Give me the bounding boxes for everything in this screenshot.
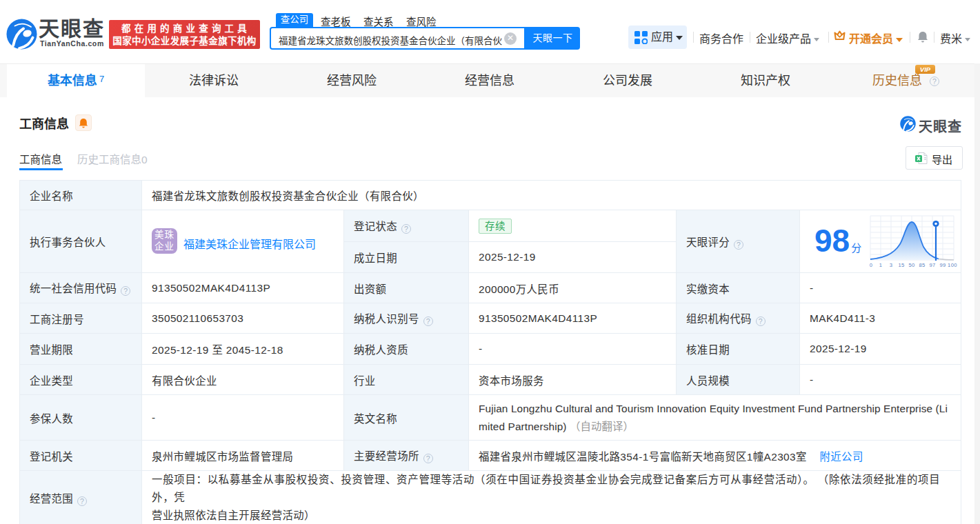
- svg-text:15: 15: [898, 262, 904, 268]
- svg-text:100: 100: [948, 262, 957, 268]
- svg-text:97: 97: [929, 262, 935, 268]
- svg-text:99: 99: [939, 262, 946, 268]
- svg-text:0: 0: [870, 262, 872, 268]
- svg-text:3: 3: [890, 262, 893, 268]
- svg-text:50: 50: [908, 262, 914, 268]
- svg-text:1: 1: [879, 262, 883, 268]
- svg-text:85: 85: [919, 262, 925, 268]
